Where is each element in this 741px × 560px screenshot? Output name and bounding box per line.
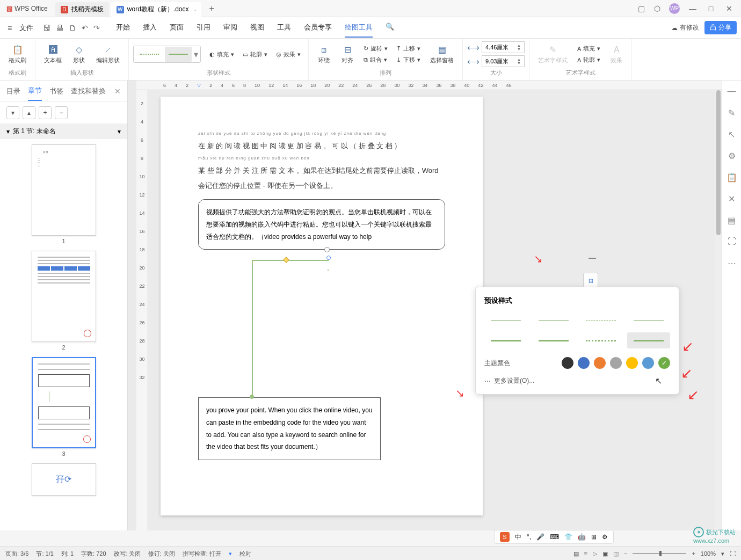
- color-yellow[interactable]: [626, 357, 638, 369]
- menu-tab-review[interactable]: 审阅: [223, 18, 237, 38]
- panel-tab-toc[interactable]: 目录: [6, 82, 20, 100]
- menu-tab-page[interactable]: 页面: [170, 18, 184, 38]
- view-icon-4[interactable]: ▣: [602, 550, 608, 557]
- outline-button[interactable]: ▭轮廓▾: [239, 49, 271, 60]
- select-pane-button[interactable]: ▤选择窗格: [426, 43, 458, 66]
- height-input[interactable]: 9.03厘米▲▼: [482, 55, 525, 67]
- avatar[interactable]: WP: [669, 3, 680, 14]
- menu-tab-reference[interactable]: 引用: [197, 18, 210, 38]
- menu-tab-start[interactable]: 开始: [116, 18, 130, 38]
- view-icon-2[interactable]: ≡: [584, 550, 587, 557]
- thumb-4[interactable]: 孖⟳: [0, 463, 127, 496]
- ruler-marker[interactable]: ▽: [197, 83, 201, 88]
- undo-icon[interactable]: ↶: [82, 24, 88, 32]
- app-logo[interactable]: ▧ WPS Office: [0, 0, 54, 17]
- redo-icon[interactable]: ↷: [93, 24, 100, 32]
- burger-icon[interactable]: ≡: [4, 24, 15, 32]
- minus-icon[interactable]: —: [727, 86, 737, 97]
- shape-button[interactable]: ◇ 形状: [68, 43, 90, 66]
- zoom-thumb[interactable]: [659, 551, 662, 556]
- style-option-1[interactable]: [484, 312, 528, 328]
- remove-section-button[interactable]: −: [55, 106, 68, 119]
- color-gray[interactable]: [610, 357, 622, 369]
- menu-tab-member[interactable]: 会员专享: [304, 18, 332, 38]
- expand-button[interactable]: ▴: [23, 106, 35, 119]
- tab-add-button[interactable]: +: [202, 4, 220, 13]
- minimize-button[interactable]: —: [687, 4, 698, 13]
- color-lightblue[interactable]: [642, 357, 654, 369]
- preview-icon[interactable]: 🗋: [69, 24, 76, 32]
- style-preview-1[interactable]: [136, 47, 163, 62]
- ime-keyboard-icon[interactable]: ⌨: [550, 533, 559, 541]
- menu-search-icon[interactable]: 🔍: [386, 18, 394, 38]
- color-green-selected[interactable]: ✓: [658, 357, 670, 369]
- thumb-2[interactable]: 2: [0, 251, 127, 351]
- art-outline-button[interactable]: A轮廓▾: [574, 55, 604, 65]
- status-section[interactable]: 节: 1/1: [36, 550, 53, 558]
- tab-template[interactable]: D 找稻壳模板: [55, 2, 109, 17]
- fullscreen-icon[interactable]: ⛶: [730, 550, 736, 557]
- rotate-handle[interactable]: [324, 247, 330, 252]
- zoom-slider[interactable]: [633, 553, 686, 554]
- ime-person-icon[interactable]: 👕: [564, 533, 572, 541]
- status-spell[interactable]: 拼写检查: 打开: [183, 550, 221, 558]
- scrollbar-thumb[interactable]: [716, 90, 721, 235]
- status-proof[interactable]: 校对: [239, 550, 251, 558]
- cursor-icon[interactable]: ↖: [727, 129, 737, 140]
- align-button[interactable]: ⊟对齐: [337, 43, 358, 66]
- group-button[interactable]: ⧉组合▾: [360, 55, 391, 65]
- thumb-1[interactable]: 目录一二三 1: [0, 144, 127, 244]
- handle-adjust[interactable]: [283, 257, 289, 263]
- ime-toolbox-icon[interactable]: ⊞: [591, 533, 597, 541]
- fill-button[interactable]: ◐填充▾: [206, 49, 237, 60]
- art-fill-button[interactable]: A填充▾: [574, 43, 604, 54]
- ime-mode[interactable]: 中: [515, 533, 521, 542]
- edit-status[interactable]: ☁ 有修改: [671, 23, 699, 32]
- pencil-icon[interactable]: ✎: [727, 107, 737, 118]
- style-option-7[interactable]: [579, 332, 623, 348]
- expand-icon[interactable]: ⛶: [727, 236, 737, 247]
- view-icon-1[interactable]: ▤: [573, 550, 579, 557]
- sogou-icon[interactable]: S: [500, 532, 510, 542]
- move-down-button[interactable]: ⤓下移▾: [393, 55, 424, 65]
- book-icon[interactable]: ▢: [637, 4, 645, 13]
- style-option-8[interactable]: [627, 332, 671, 348]
- layout-options-button[interactable]: ⧈: [583, 273, 598, 288]
- menu-tab-view[interactable]: 视图: [250, 18, 264, 38]
- status-words[interactable]: 字数: 720: [81, 550, 106, 558]
- settings-icon[interactable]: ⚙: [727, 150, 737, 161]
- color-black[interactable]: [562, 357, 573, 369]
- menu-tab-tools[interactable]: 工具: [277, 18, 291, 38]
- vertical-ruler[interactable]: 2468101214161820222426283032: [136, 90, 148, 530]
- edit-shape-button[interactable]: ⟋ 编辑形状: [92, 43, 124, 66]
- tools-icon[interactable]: ✕: [727, 193, 737, 204]
- art-style-button[interactable]: ✎艺术字样式: [534, 43, 572, 66]
- handle-bottom[interactable]: [250, 395, 254, 399]
- thumb-3[interactable]: 3: [0, 357, 127, 457]
- more-settings-button[interactable]: ⋯ 更多设置(O)...: [484, 376, 670, 386]
- collapse-button[interactable]: ▾: [6, 106, 19, 119]
- panel-tab-bookmark[interactable]: 书签: [49, 82, 63, 100]
- menu-tab-insert[interactable]: 插入: [143, 18, 157, 38]
- connector-h[interactable]: [252, 260, 329, 261]
- share-button[interactable]: 凸 分享: [704, 21, 737, 34]
- status-revision[interactable]: 改写: 关闭: [114, 550, 141, 558]
- move-up-button[interactable]: ⤒上移▾: [393, 43, 424, 54]
- spinner-icon[interactable]: ▲▼: [517, 57, 521, 65]
- style-option-3[interactable]: [579, 312, 623, 328]
- tab-document[interactable]: W word教程（新）.docx ·: [111, 2, 202, 17]
- handle-top[interactable]: [326, 256, 331, 260]
- style-option-5[interactable]: [484, 332, 528, 348]
- section-header[interactable]: ▾ 第 1 节: 未命名 ▾: [0, 123, 127, 139]
- style-option-4[interactable]: [627, 312, 671, 328]
- horizontal-ruler[interactable]: 642▽246810121416182022242628303234363840…: [136, 81, 722, 90]
- doc-scrollbar[interactable]: [715, 90, 722, 530]
- ime-mic-icon[interactable]: 🎤: [536, 533, 544, 541]
- status-page[interactable]: 页面: 3/6: [5, 550, 28, 558]
- add-section-button[interactable]: +: [39, 106, 52, 119]
- zoom-in-button[interactable]: +: [692, 550, 695, 557]
- menu-tab-drawing[interactable]: 绘图工具: [345, 18, 373, 38]
- connector-v[interactable]: [252, 260, 253, 397]
- more-icon[interactable]: ⋯: [727, 258, 737, 268]
- ime-bar[interactable]: S 中 °, 🎤 ⌨ 👕 🤖 ⊞ ⚙: [494, 530, 614, 544]
